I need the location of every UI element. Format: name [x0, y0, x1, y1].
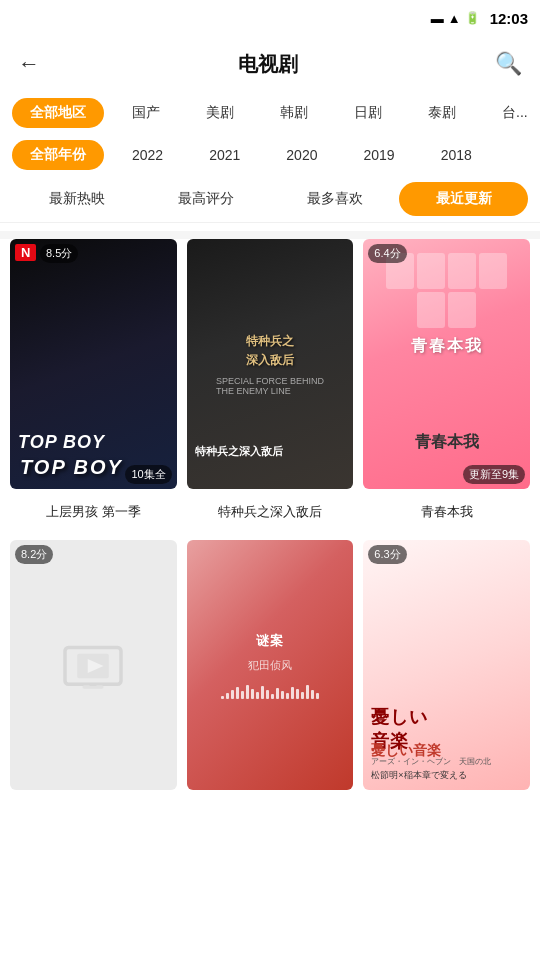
card-thumb: 青春本我 6.4分更新至9集 [363, 239, 530, 489]
card-empty[interactable]: 8.2分 [10, 540, 177, 831]
header: ← 电视剧 🔍 [0, 36, 540, 92]
back-button[interactable]: ← [18, 51, 40, 77]
card-japanese[interactable]: 憂しい音楽 アーズ・イン・ヘブン 天国の北 松節明×稲本章で変える 6.3分 [363, 540, 530, 831]
card-title: 青春本我 [363, 494, 530, 530]
score-badge: 6.3分 [368, 545, 406, 564]
search-button[interactable]: 🔍 [495, 51, 522, 77]
card-thumb: 憂しい音楽 アーズ・イン・ヘブン 天国の北 松節明×稲本章で変える 6.3分 [363, 540, 530, 790]
page-title: 电视剧 [238, 51, 298, 78]
sort-row: 最新热映最高评分最多喜欢最近更新 [0, 176, 540, 223]
year-filter-chip[interactable]: 2021 [191, 141, 258, 169]
svg-rect-4 [90, 684, 97, 686]
region-filter-chip[interactable]: 国产 [114, 98, 178, 128]
episode-badge: 更新至9集 [463, 465, 525, 484]
region-filter-chip[interactable]: 日剧 [336, 98, 400, 128]
year-filter-row: 全部年份20222021202020192018 [0, 134, 540, 176]
score-badge: 8.2分 [15, 545, 53, 564]
battery-icon: 🔋 [465, 11, 480, 25]
sort-chip[interactable]: 最高评分 [141, 182, 270, 216]
card-thumb: 谜案 犯田侦风 [187, 540, 354, 790]
sort-chip[interactable]: 最新热映 [12, 182, 141, 216]
status-bar: ▬ ▲ 🔋 12:03 [0, 0, 540, 36]
sort-chip[interactable]: 最近更新 [399, 182, 528, 216]
year-filter-chip[interactable]: 全部年份 [12, 140, 104, 170]
card-thumb: 特种兵之深入敌后 SPECIAL FORCE BEHINDTHE ENEMY L… [187, 239, 354, 489]
signal-icon: ▬ [431, 11, 444, 26]
score-badge: 6.4分 [368, 244, 406, 263]
card-special[interactable]: 特种兵之深入敌后 SPECIAL FORCE BEHINDTHE ENEMY L… [187, 239, 354, 530]
sort-chip[interactable]: 最多喜欢 [270, 182, 399, 216]
year-filter-chip[interactable]: 2019 [345, 141, 412, 169]
year-filter-chip[interactable]: 2022 [114, 141, 181, 169]
divider [0, 231, 540, 239]
card-thumb: 8.2分 [10, 540, 177, 790]
status-time: 12:03 [490, 10, 528, 27]
episode-badge: 10集全 [125, 465, 171, 484]
card-sound[interactable]: 谜案 犯田侦风 [187, 540, 354, 831]
card-youth[interactable]: 青春本我 6.4分更新至9集青春本我 [363, 239, 530, 530]
card-title [363, 795, 530, 831]
content-grid: TOP BOYN8.5分10集全上层男孩 第一季 特种兵之深入敌后 SPECIA… [0, 239, 540, 851]
year-filter-chip[interactable]: 2020 [268, 141, 335, 169]
card-title [10, 795, 177, 831]
region-filter-chip[interactable]: 全部地区 [12, 98, 104, 128]
card-topboy[interactable]: TOP BOYN8.5分10集全上层男孩 第一季 [10, 239, 177, 530]
tv-placeholder [10, 540, 177, 790]
score-badge: 8.5分 [40, 244, 78, 263]
region-filter-chip[interactable]: 台... [484, 98, 540, 128]
status-icons: ▬ ▲ 🔋 12:03 [431, 10, 528, 27]
card-thumb: TOP BOYN8.5分10集全 [10, 239, 177, 489]
region-filter-chip[interactable]: 韩剧 [262, 98, 326, 128]
card-title: 特种兵之深入敌后 [187, 494, 354, 530]
card-title [187, 795, 354, 831]
card-title: 上层男孩 第一季 [10, 494, 177, 530]
region-filter-chip[interactable]: 泰剧 [410, 98, 474, 128]
wifi-icon: ▲ [448, 11, 461, 26]
region-filter-row: 全部地区国产美剧韩剧日剧泰剧台... [0, 92, 540, 134]
year-filter-chip[interactable]: 2018 [423, 141, 490, 169]
region-filter-chip[interactable]: 美剧 [188, 98, 252, 128]
